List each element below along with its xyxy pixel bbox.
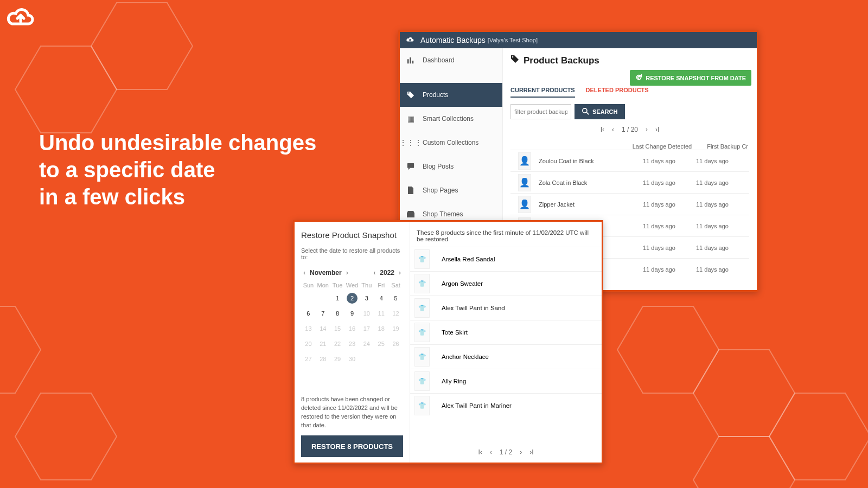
- restore-snapshot-label: RESTORE SNAPSHOT FROM DATE: [646, 75, 746, 81]
- page-prev-icon[interactable]: ‹: [612, 126, 614, 133]
- calendar-day[interactable]: 1: [330, 293, 345, 304]
- svg-rect-10: [412, 61, 414, 63]
- filter-input[interactable]: [510, 104, 571, 119]
- list-item[interactable]: 👕Tote Skirt: [410, 320, 602, 344]
- sidebar-item-label: Products: [423, 91, 448, 99]
- tab-deleted-products[interactable]: DELETED PRODUCTS: [586, 87, 649, 98]
- product-thumb: 👕: [414, 298, 430, 318]
- weekday-label: Mon: [316, 282, 330, 288]
- sidebar-item-smart-collections[interactable]: ▦ Smart Collections: [400, 107, 502, 131]
- calendar-day[interactable]: 8: [330, 308, 345, 319]
- search-button[interactable]: SEARCH: [575, 104, 625, 119]
- calendar-day[interactable]: 2: [347, 293, 358, 304]
- calendar-day[interactable]: 3: [359, 293, 374, 304]
- page-next-icon[interactable]: ›: [520, 448, 522, 456]
- page-first-icon[interactable]: I‹: [478, 448, 482, 456]
- product-name: Zipper Jacket: [539, 201, 643, 208]
- calendar-day: 30: [345, 354, 360, 364]
- cell-first-backup: 11 days ago: [696, 223, 749, 229]
- svg-rect-13: [407, 213, 414, 217]
- weekday-label: Fri: [374, 282, 388, 288]
- year-next-icon[interactable]: ›: [399, 269, 401, 277]
- modal-title: Restore Product Snapshot: [301, 230, 403, 240]
- sidebar-item-label: Shop Themes: [423, 210, 463, 218]
- svg-marker-2: [0, 306, 41, 393]
- calendar-day: 19: [388, 323, 403, 334]
- calendar-day: 16: [345, 323, 360, 334]
- tab-current-products[interactable]: CURRENT PRODUCTS: [510, 87, 575, 98]
- year-prev-icon[interactable]: ‹: [373, 269, 375, 277]
- search-label: SEARCH: [592, 108, 617, 115]
- list-item[interactable]: 👕Alex Twill Pant in Mariner: [410, 393, 602, 418]
- product-thumb: 👕: [414, 347, 430, 367]
- calendar-day: 18: [374, 323, 388, 334]
- calendar-day: 12: [388, 308, 403, 319]
- calendar-day[interactable]: 5: [388, 293, 403, 304]
- list-item[interactable]: 👕Anchor Necklace: [410, 344, 602, 369]
- page-prev-icon[interactable]: ‹: [490, 448, 492, 456]
- modal-footer-text: 8 products have been changed or deleted …: [301, 395, 403, 430]
- page-indicator: 1 / 20: [622, 126, 638, 133]
- product-thumb: 👤: [518, 174, 531, 191]
- cell-last-change: 11 days ago: [643, 201, 696, 208]
- calendar-day[interactable]: 6: [301, 308, 316, 319]
- restore-products-button[interactable]: RESTORE 8 PRODUCTS: [301, 435, 403, 457]
- sidebar-item-blog-posts[interactable]: Blog Posts: [400, 155, 502, 178]
- calendar-day[interactable]: 9: [345, 308, 360, 319]
- sidebar-item-products[interactable]: Products: [400, 83, 502, 107]
- sidebar-item-custom-collections[interactable]: ⋮⋮⋮ Custom Collections: [400, 131, 502, 155]
- marketing-headline: Undo undesirable changes to a specific d…: [39, 129, 316, 210]
- shop-name: [Valya's Test Shop]: [488, 37, 538, 43]
- sidebar-item-label: Blog Posts: [423, 163, 454, 170]
- product-name: Anchor Necklace: [442, 354, 489, 360]
- list-item[interactable]: 👕Argon Sweater: [410, 271, 602, 296]
- sidebar-item-shop-pages[interactable]: Shop Pages: [400, 178, 502, 202]
- app-title: Automatic Backups: [420, 36, 486, 44]
- sidebar-item-label: Smart Collections: [423, 115, 474, 123]
- page-first-icon[interactable]: I‹: [601, 126, 604, 133]
- product-thumb: 👕: [414, 371, 430, 391]
- product-name: Alex Twill Pant in Sand: [442, 305, 505, 311]
- modal-pager: I‹ ‹ 1 / 2 › ›I: [410, 448, 602, 456]
- weekday-label: Tue: [330, 282, 345, 288]
- year-label: 2022: [380, 269, 394, 277]
- table-row[interactable]: 👤Zoulou Coat in Black11 days ago11 days …: [510, 150, 749, 171]
- list-item[interactable]: 👕Arsella Red Sandal: [410, 247, 602, 271]
- list-item[interactable]: 👕Alex Twill Pant in Sand: [410, 296, 602, 320]
- weekday-label: Sat: [388, 282, 403, 288]
- table-header: Last Change Detected First Backup Cr: [510, 143, 749, 150]
- svg-marker-7: [769, 393, 868, 480]
- calendar-day[interactable]: 4: [374, 293, 388, 304]
- svg-point-19: [583, 108, 587, 112]
- cell-first-backup: 11 days ago: [696, 266, 749, 273]
- product-thumb: 👕: [414, 323, 430, 342]
- product-thumb: 👕: [414, 396, 430, 415]
- cell-last-change: 11 days ago: [643, 266, 696, 273]
- table-row[interactable]: 👤Zipper Jacket11 days ago11 days ago: [510, 193, 749, 215]
- col-first-backup: First Backup Cr: [707, 143, 748, 150]
- svg-marker-6: [693, 436, 795, 488]
- calendar-day: 21: [316, 338, 330, 349]
- tag-icon: [406, 91, 415, 99]
- sidebar-item-label: Shop Pages: [423, 187, 458, 194]
- headline-line: in a few clicks: [39, 183, 316, 210]
- cell-last-change: 11 days ago: [643, 223, 696, 229]
- page-title: Product Backups: [510, 55, 749, 66]
- svg-marker-4: [617, 306, 719, 393]
- page-next-icon[interactable]: ›: [646, 126, 648, 133]
- cell-first-backup: 11 days ago: [696, 179, 749, 186]
- sidebar-item-dashboard[interactable]: Dashboard: [400, 48, 502, 72]
- list-item[interactable]: 👕Ally Ring: [410, 369, 602, 393]
- calendar-day: 17: [359, 323, 374, 334]
- svg-marker-0: [15, 46, 117, 133]
- month-next-icon[interactable]: ›: [346, 269, 348, 277]
- calendar-day[interactable]: 7: [316, 308, 330, 319]
- restore-snapshot-button[interactable]: RESTORE SNAPSHOT FROM DATE: [630, 70, 751, 86]
- page-last-icon[interactable]: ›I: [529, 448, 533, 456]
- page-last-icon[interactable]: ›I: [655, 126, 659, 133]
- svg-line-20: [586, 112, 589, 114]
- sidebar-item-label: Dashboard: [423, 56, 455, 64]
- table-row[interactable]: 👤Zola Coat in Black11 days ago11 days ag…: [510, 171, 749, 193]
- tabs: CURRENT PRODUCTS DELETED PRODUCTS: [510, 87, 749, 98]
- month-prev-icon[interactable]: ‹: [303, 269, 305, 277]
